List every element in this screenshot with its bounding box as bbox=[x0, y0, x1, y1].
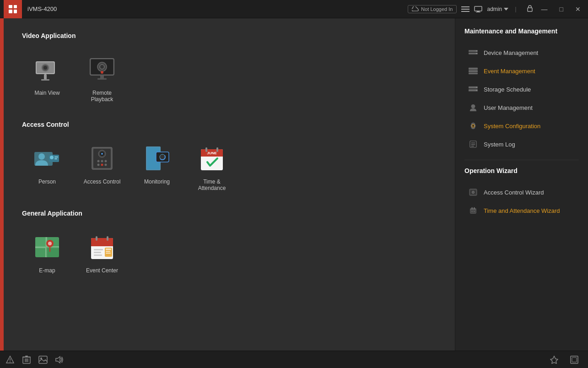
storage-schedule-label: Storage Schedule bbox=[484, 86, 531, 93]
svg-rect-6 bbox=[528, 8, 532, 11]
svg-rect-103 bbox=[572, 357, 577, 362]
access-control-wizard-item[interactable]: Access Control Wizard bbox=[464, 184, 579, 201]
svg-point-93 bbox=[10, 361, 11, 362]
user-management-label: User Management bbox=[484, 104, 533, 111]
main-view-icon bbox=[31, 53, 64, 86]
monitoring-label: Monitoring bbox=[144, 179, 170, 185]
time-attendance-item[interactable]: JUNE Time & Attendance bbox=[187, 137, 237, 196]
svg-point-32 bbox=[101, 160, 103, 162]
video-app-grid: Main View bbox=[22, 49, 437, 107]
minimize-button[interactable]: — bbox=[538, 4, 551, 15]
monitoring-item[interactable]: Monitoring bbox=[132, 137, 182, 196]
main-view-item[interactable]: Main View bbox=[22, 49, 72, 107]
image-icon[interactable] bbox=[38, 355, 48, 364]
svg-rect-72 bbox=[469, 73, 478, 75]
svg-rect-47 bbox=[205, 147, 207, 152]
main-layout: Video Application bbox=[0, 18, 588, 351]
svg-rect-63 bbox=[106, 249, 111, 250]
trash-icon[interactable] bbox=[22, 355, 31, 364]
close-button[interactable]: ✕ bbox=[572, 4, 584, 15]
system-log-item[interactable]: System Log bbox=[464, 135, 579, 153]
display-icon[interactable] bbox=[474, 6, 482, 12]
time-attendance-label: Time & Attendance bbox=[191, 179, 232, 191]
general-app-grid: E-map bbox=[22, 226, 437, 278]
svg-rect-4 bbox=[477, 11, 480, 12]
system-log-icon bbox=[468, 140, 478, 148]
main-view-label: Main View bbox=[34, 90, 59, 96]
svg-point-34 bbox=[97, 164, 100, 166]
svg-rect-71 bbox=[469, 70, 478, 72]
separator: | bbox=[515, 5, 516, 12]
fullscreen-icon[interactable] bbox=[570, 355, 579, 364]
cloud-icon bbox=[412, 6, 419, 12]
system-log-label: System Log bbox=[484, 141, 515, 148]
home-icon bbox=[9, 5, 17, 13]
system-configuration-label: System Configuration bbox=[484, 123, 540, 130]
svg-point-68 bbox=[476, 50, 477, 52]
access-control-title: Access Control bbox=[22, 121, 437, 128]
svg-rect-88 bbox=[472, 207, 473, 209]
dropdown-arrow-icon[interactable] bbox=[504, 8, 508, 11]
svg-rect-1 bbox=[461, 9, 469, 10]
cloud-status[interactable]: Not Logged In bbox=[408, 5, 457, 13]
svg-point-30 bbox=[101, 153, 103, 155]
event-management-item[interactable]: Event Management bbox=[464, 62, 579, 80]
svg-rect-96 bbox=[25, 356, 28, 357]
time-attendance-wizard-item[interactable]: Time and Attendance Wizard bbox=[464, 202, 579, 219]
svg-rect-75 bbox=[476, 87, 477, 88]
svg-rect-99 bbox=[27, 358, 28, 362]
volume-icon[interactable] bbox=[55, 355, 64, 364]
content-area: Video Application bbox=[4, 18, 455, 351]
system-configuration-item[interactable]: System Configuration bbox=[464, 117, 579, 135]
svg-rect-51 bbox=[46, 247, 59, 257]
svg-rect-24 bbox=[54, 157, 58, 157]
svg-rect-0 bbox=[461, 6, 469, 7]
person-icon bbox=[31, 142, 64, 175]
video-application-title: Video Application bbox=[22, 32, 437, 39]
svg-point-17 bbox=[101, 71, 103, 74]
svg-rect-91 bbox=[474, 211, 475, 212]
remote-playback-item[interactable]: Remote Playback bbox=[77, 49, 127, 107]
titlebar: iVMS-4200 Not Logged In admin | bbox=[0, 0, 588, 18]
svg-rect-5 bbox=[476, 12, 480, 12]
event-management-label: Event Management bbox=[484, 68, 535, 75]
access-control-wizard-icon bbox=[468, 188, 478, 196]
pin-icon[interactable] bbox=[550, 355, 559, 364]
svg-rect-81 bbox=[471, 144, 475, 145]
access-control-label: Access Control bbox=[84, 179, 121, 185]
general-application-section: General Application bbox=[22, 210, 437, 278]
monitoring-icon bbox=[140, 142, 173, 175]
svg-text:JUNE: JUNE bbox=[207, 151, 217, 155]
storage-schedule-icon bbox=[468, 85, 478, 93]
titlebar-controls: Not Logged In admin | — □ ✕ bbox=[408, 4, 584, 15]
svg-rect-48 bbox=[216, 147, 218, 152]
access-control-icon bbox=[86, 142, 119, 175]
emap-item[interactable]: E-map bbox=[22, 226, 72, 278]
time-attendance-icon: JUNE bbox=[195, 142, 228, 175]
maximize-button[interactable]: □ bbox=[556, 4, 567, 15]
right-divider bbox=[464, 160, 579, 160]
maintenance-title: Maintenance and Management bbox=[464, 27, 579, 37]
svg-rect-59 bbox=[94, 249, 103, 250]
person-item[interactable]: Person bbox=[22, 137, 72, 196]
statusbar bbox=[0, 351, 588, 368]
device-management-label: Device Management bbox=[484, 49, 538, 56]
svg-point-69 bbox=[476, 53, 477, 54]
home-button[interactable] bbox=[4, 0, 22, 18]
user-management-item[interactable]: User Management bbox=[464, 99, 579, 116]
lock-icon[interactable] bbox=[527, 5, 533, 13]
svg-point-35 bbox=[101, 164, 103, 166]
time-attendance-wizard-icon bbox=[468, 206, 478, 215]
svg-rect-58 bbox=[107, 236, 108, 241]
warning-icon[interactable] bbox=[5, 355, 15, 364]
event-center-item[interactable]: Event Center bbox=[77, 226, 127, 278]
svg-rect-19 bbox=[97, 78, 107, 80]
system-configuration-icon bbox=[468, 122, 478, 130]
device-management-item[interactable]: Device Management bbox=[464, 44, 579, 61]
access-control-section: Access Control bbox=[22, 121, 437, 196]
svg-rect-2 bbox=[461, 11, 469, 12]
svg-rect-97 bbox=[25, 358, 26, 362]
storage-schedule-item[interactable]: Storage Schedule bbox=[464, 81, 579, 98]
access-control-item[interactable]: Access Control bbox=[77, 137, 127, 196]
list-icon[interactable] bbox=[461, 6, 469, 12]
